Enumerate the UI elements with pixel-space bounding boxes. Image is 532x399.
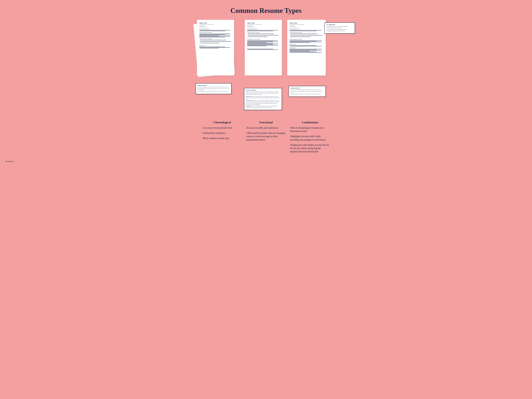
content-line [290,42,322,42]
bullet-line [247,34,279,35]
callout-line: Problem Solving: Designed a waste manage… [246,100,280,105]
resume-name: John A. Doe [199,22,232,24]
content-line [199,35,230,35]
content-line [199,31,225,31]
content-line [290,52,322,53]
chronological-resume: John A. Doe 935 Main Street, Ann Arbor, … [197,20,234,75]
callout-line: Senior Process Engineer, September 2016 … [197,87,230,88]
combination-callout-top: Core Qualifications - Background managin… [324,22,355,34]
section-career-objective: CAREER OBJECTIVE [199,29,232,30]
section-experience: EXPERIENCE [290,47,323,49]
descriptions-row: Chronological -Lists most recent positio… [3,118,529,161]
callout-line: Administrative: Lead coordinator for the… [246,96,280,100]
callout-line: Process Engineer: Technical Support, Sep… [291,91,324,94]
content-line [199,30,230,30]
bullet-line [290,37,323,38]
functional-callout: Experience and Skills Skilled in Governm… [244,88,282,110]
desc-title-combination: Combination [290,121,330,124]
bullet-line [247,35,279,36]
desc-chronological: Chronological -Lists most recent positio… [202,121,242,155]
content-line [247,49,273,49]
content-line [247,30,278,30]
resume-address: 935 Main Street, Ann Arbor, MI 55333 [199,24,232,25]
section-qualifications: CORE QUALIFICATIONS [247,32,279,33]
desc-item: -Most common resume type [202,137,242,140]
resume-phone: (225) 555-2234 [199,25,232,26]
functional-resume: John A. Doe 935 Main Street, Ann Arbor, … [245,20,282,75]
desc-title-functional: Functional [246,121,286,124]
resume-phone: (225) 555-2234 [290,25,323,26]
brand-label: the balance [3,161,529,164]
combination-resume: John A. Doe 935 Main Street, Ann Arbor, … [287,20,326,75]
content-line [199,36,230,37]
desc-item: -Often used by people who are changing c… [246,131,286,142]
resume-name: John A. Doe [290,22,323,24]
desc-combination: Combination -Mix of chronological resume… [290,121,330,155]
content-line [199,47,225,47]
desc-item: -Highlights relevant skills while provid… [290,135,330,141]
desc-item: -Preferred by employers [202,131,242,135]
content-line [247,43,273,44]
desc-item: -Lists most recent position first [202,126,242,130]
callout-title: Core Qualifications [326,24,353,25]
callout-title: Experience and Skills [246,90,280,91]
resume-email: johndoe@email.com [290,26,323,27]
combination-callout-bottom: Employment History Senior Process Engine… [289,86,326,97]
callout-line: - Able to anticipate and project organiz… [326,29,353,30]
resume-email: johndoe@email.com [247,26,279,27]
content-line [199,34,230,34]
resumes-row: John A. Doe 935 Main Street, Ann Arbor, … [3,20,529,89]
content-line [247,45,278,45]
callout-title: Employment History [197,85,230,86]
bullet-line [199,41,232,43]
resume-phone: (225) 555-2234 [247,25,279,26]
callout-line: Management: Oversaw operations of an exp… [246,106,280,108]
callout-line: - Background managing direct transporati… [326,26,353,27]
section-qualifications: CORE QUALIFICATIONS [290,32,323,33]
bullet-line [199,43,232,44]
content-line [247,40,278,41]
content-line [290,40,322,41]
resume-name: John A. Doe [247,22,279,24]
callout-line: - Adept at managing programs and people [326,27,353,29]
section-education: EDUCATION [199,45,232,46]
content-line [290,45,317,46]
resume-email: johndoe@email.com [199,26,232,27]
content-line [199,36,219,36]
callout-line: - Background as administrator of office … [326,30,353,32]
content-line [290,43,310,43]
content-line [247,44,273,45]
content-line [290,30,322,30]
callout-line: Process Engineer: Technical Support, Sep… [197,88,230,91]
content-line [247,42,278,42]
callout-line: Technical Professional, September 2010 -… [197,91,230,92]
bullet-line [290,35,323,36]
callout-line: Technical Professional, September 2010 -… [291,94,324,95]
content-line [199,37,225,37]
content-line [199,47,230,48]
content-line [290,50,322,50]
bullet-line [290,34,323,35]
page-title: Common Resume Types [3,3,529,20]
content-line [199,48,219,48]
content-line [290,52,317,52]
section-education: EDUCATION [290,44,323,45]
content-line [290,51,310,51]
content-line [290,41,317,41]
bullet-line [247,37,279,38]
content-line [290,31,317,31]
content-line [247,46,266,46]
callout-title: Employment History [291,87,324,89]
content-line [290,46,322,46]
content-line [290,49,322,49]
section-career-objective: CAREER OBJECTIVE [290,29,323,30]
content-line [199,34,225,35]
section-qualifications: CORE QUALIFICATIONS [199,38,232,39]
section-career-objective: CAREER OBJECTIVE [247,29,279,30]
desc-item: -Emphasizes what makes you the best fit … [290,143,330,153]
desc-item: -Focuses on skills and experience [246,126,286,130]
callout-intro: Skilled in Government Guidelines • Quali… [246,91,280,95]
chronological-resume-wrapper: John A. Doe 935 Main Street, Ann Arbor, … [197,20,240,83]
bullet-line [199,40,232,41]
desc-item: -Mix of chronological resume and a funct… [290,126,330,133]
